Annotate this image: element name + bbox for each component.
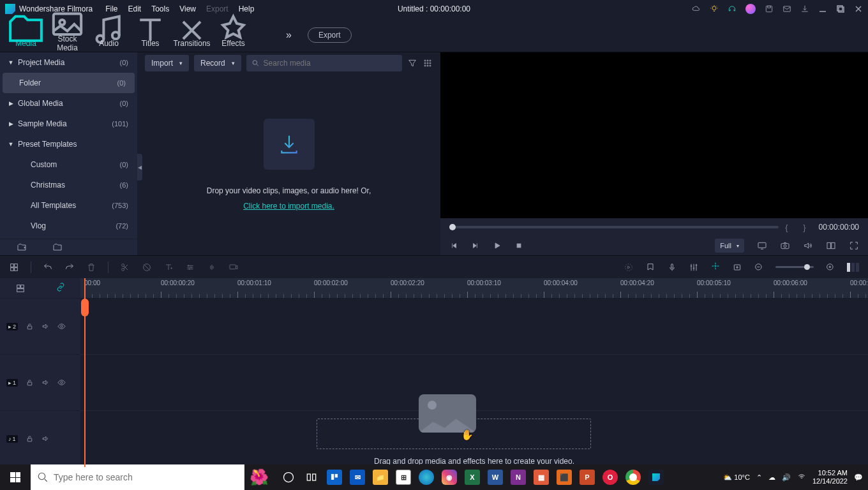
tab-transitions[interactable]: Transitions (171, 22, 213, 48)
taskbar-app-edge[interactable] (415, 464, 437, 490)
profile-avatar-icon[interactable] (745, 4, 756, 14)
taskbar-app-presentation[interactable]: ▦ (530, 464, 552, 490)
add-marker-icon[interactable] (732, 262, 742, 272)
link-icon[interactable] (56, 282, 66, 292)
headset-icon[interactable] (728, 4, 737, 13)
mark-brackets-icon[interactable]: { } (785, 223, 812, 232)
taskbar-app-word[interactable]: W (484, 464, 506, 490)
volume-icon[interactable] (803, 241, 813, 251)
sidebar-all-templates[interactable]: All Templates(753) (0, 195, 137, 216)
auto-ripple-icon[interactable] (710, 261, 721, 271)
zoom-in-icon[interactable] (825, 262, 835, 272)
sidebar-vlog[interactable]: Vlog(72) (0, 216, 137, 236)
sidebar-christmas[interactable]: Christmas(6) (0, 175, 137, 195)
media-search[interactable] (246, 55, 402, 71)
window-close-icon[interactable] (854, 4, 863, 13)
lock-icon[interactable] (26, 322, 34, 330)
speaker-icon[interactable]: 🔊 (782, 473, 791, 482)
video-track-1[interactable]: ▸1 (0, 355, 80, 411)
tray-clock[interactable]: 10:52 AM 12/14/2022 (812, 469, 848, 486)
tabs-overflow-icon[interactable]: » (286, 29, 292, 41)
adjust-icon[interactable] (185, 262, 195, 272)
new-folder-icon[interactable] (17, 242, 27, 253)
split-icon[interactable] (120, 262, 130, 272)
marker-icon[interactable] (645, 262, 655, 272)
export-button[interactable]: Export (308, 27, 352, 43)
lock-icon[interactable] (26, 378, 34, 387)
taskbar-app-powerpoint[interactable]: P (576, 464, 598, 490)
crop-icon[interactable] (142, 262, 152, 272)
taskbar-app-excel[interactable]: X (461, 464, 483, 490)
track-manager-icon[interactable] (15, 283, 26, 293)
fullscreen-icon[interactable] (849, 241, 859, 251)
lock-icon[interactable] (26, 434, 34, 443)
playhead[interactable] (84, 278, 86, 467)
media-search-input[interactable] (264, 59, 397, 68)
snapshot-icon[interactable] (780, 241, 790, 251)
taskbar-search-input[interactable] (54, 472, 238, 482)
folder-icon[interactable] (52, 242, 63, 253)
window-minimize-icon[interactable] (818, 4, 827, 13)
tab-audio[interactable]: Audio (88, 22, 130, 48)
record-screen-icon[interactable] (228, 262, 239, 272)
mute-icon[interactable] (41, 434, 50, 443)
taskbar-app-opera[interactable]: O (599, 464, 621, 490)
taskbar-app-store[interactable]: ⊞ (393, 464, 414, 490)
video-track-2[interactable]: ▸2 (0, 299, 80, 355)
delete-icon[interactable] (86, 262, 96, 272)
tab-media[interactable]: Media (5, 22, 47, 54)
layout-icon[interactable] (9, 262, 19, 272)
mute-icon[interactable] (41, 322, 50, 330)
weather-icon[interactable]: ⛅ 10°C (723, 473, 750, 482)
visible-icon[interactable] (57, 378, 66, 387)
stop-icon[interactable] (514, 241, 523, 250)
play-icon[interactable] (493, 241, 502, 250)
taskbar-app-office[interactable]: ⬛ (553, 464, 575, 490)
tab-stock-media[interactable]: Stock Media (47, 18, 88, 52)
taskbar-app-chrome[interactable] (622, 464, 644, 490)
taskbar-app-instagram[interactable]: ◉ (438, 464, 460, 490)
timeline-body[interactable]: 00:0000:00:00:2000:00:01:1000:00:02:0000… (80, 278, 868, 467)
display-icon[interactable] (757, 241, 767, 251)
wifi-icon[interactable] (797, 472, 806, 482)
lightbulb-icon[interactable] (710, 4, 719, 13)
preview-quality-dropdown[interactable]: Full▾ (715, 239, 744, 253)
playback-scrubber[interactable] (449, 226, 779, 228)
sidebar-global-media[interactable]: ▶Global Media(0) (0, 93, 137, 114)
voiceover-icon[interactable] (667, 262, 677, 272)
audio-beat-icon[interactable] (207, 262, 217, 272)
taskbar-widgets-icon[interactable] (301, 464, 322, 490)
tab-titles[interactable]: Titles (130, 22, 171, 48)
next-frame-icon[interactable] (471, 241, 480, 250)
media-drop-area[interactable]: Drop your video clips, images, or audio … (137, 74, 440, 255)
save-icon[interactable] (765, 4, 774, 13)
taskbar-app-mail[interactable]: ✉ (347, 464, 368, 490)
search-highlight-icon[interactable]: 🌺 (248, 466, 270, 488)
sidebar-folder[interactable]: Folder(0) (3, 73, 135, 93)
taskbar-app-onenote[interactable]: N (507, 464, 529, 490)
sidebar-sample-media[interactable]: ▶Sample Media(101) (0, 114, 137, 134)
zoom-slider[interactable] (775, 266, 814, 268)
window-maximize-icon[interactable] (836, 4, 845, 13)
sidebar-preset-templates[interactable]: ▼Preset Templates (0, 134, 137, 154)
cloud-icon[interactable] (692, 4, 701, 13)
video-preview[interactable] (440, 52, 868, 218)
sidebar-project-media[interactable]: ▼Project Media(0) (0, 52, 137, 73)
audio-track-1[interactable]: ♪1 (0, 411, 80, 467)
taskbar-app-filmora[interactable] (645, 464, 667, 490)
sidebar-collapse-handle[interactable]: ◀ (137, 154, 142, 181)
mute-icon[interactable] (41, 378, 50, 387)
filter-icon[interactable] (407, 58, 417, 68)
mixer-icon[interactable] (689, 262, 699, 272)
record-dropdown[interactable]: Record▾ (194, 55, 241, 71)
redo-icon[interactable] (64, 262, 75, 272)
taskbar-app-explorer[interactable]: 📁 (370, 464, 391, 490)
undo-icon[interactable] (43, 262, 53, 272)
import-media-icon[interactable] (264, 119, 315, 170)
onedrive-icon[interactable]: ☁ (768, 473, 775, 482)
prev-frame-icon[interactable] (449, 241, 458, 250)
text-icon[interactable] (163, 262, 174, 272)
notifications-icon[interactable]: 💬 (854, 473, 863, 482)
import-media-link[interactable]: Click here to import media. (243, 202, 334, 211)
mail-icon[interactable] (782, 4, 791, 13)
